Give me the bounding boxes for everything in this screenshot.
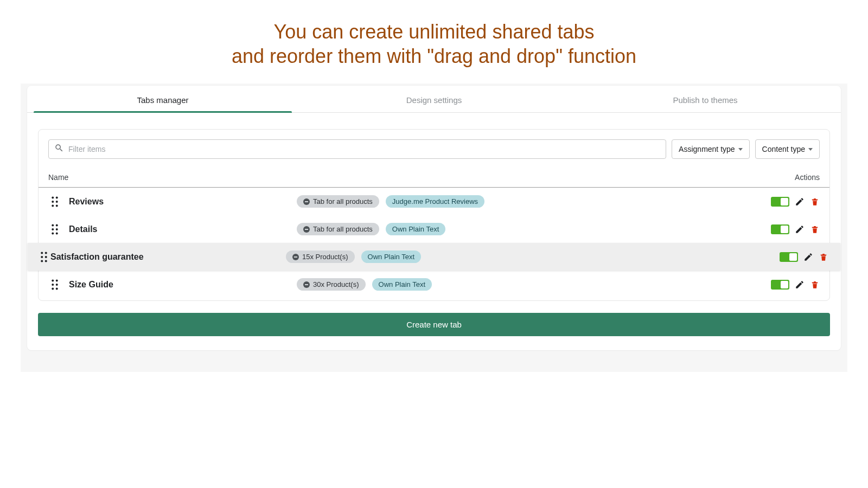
filter-row: Assignment type Content type [39,130,829,165]
edit-icon[interactable] [803,252,813,262]
row-name: Satisfaction guarantee [50,252,286,262]
delete-icon[interactable] [810,224,820,234]
app-container: Tabs manager Design settings Publish to … [21,84,847,372]
svg-point-17 [45,260,47,262]
table-row: Size Guide 30x Product(s) Own Plain Text [39,271,829,298]
svg-point-22 [52,287,54,290]
content-pill: Own Plain Text [361,251,421,263]
content-pill: Judge.me Product Reviews [386,195,484,208]
delete-icon[interactable] [810,197,820,207]
delete-icon[interactable] [819,252,828,262]
content-type-dropdown[interactable]: Content type [755,139,820,159]
assignment-pill: Tab for all products [297,195,379,208]
svg-point-16 [41,260,43,262]
enable-toggle[interactable] [771,224,789,234]
svg-point-13 [45,252,47,254]
svg-point-23 [56,287,58,290]
svg-point-12 [41,252,43,254]
hero-line-2: and reorder them with "drag and drop" fu… [0,44,868,68]
assignment-pill-label: 30x Product(s) [313,280,359,288]
search-icon [54,143,64,155]
svg-point-10 [52,232,54,234]
svg-point-20 [52,284,54,286]
svg-point-0 [52,196,54,198]
create-new-tab-button[interactable]: Create new tab [38,313,830,336]
search-input-wrap[interactable] [48,139,666,159]
assignment-pill: 30x Product(s) [297,278,366,291]
svg-point-18 [52,279,54,281]
svg-point-5 [56,204,58,207]
assignment-type-label: Assignment type [679,145,735,153]
table-row: Satisfaction guarantee 15x Product(s) Ow… [28,243,840,271]
enable-toggle[interactable] [771,280,789,290]
caret-down-icon [738,148,743,151]
create-new-tab-label: Create new tab [406,320,462,329]
content-pill-label: Own Plain Text [379,280,425,288]
row-name: Reviews [69,197,297,207]
drag-handle-icon[interactable] [48,196,61,207]
row-actions [771,197,820,207]
minus-circle-icon [303,198,310,205]
row-actions [771,280,820,290]
search-input[interactable] [64,145,660,153]
edit-icon[interactable] [795,224,805,234]
svg-point-8 [52,228,54,230]
drag-handle-icon[interactable] [37,252,50,262]
row-tags: Tab for all products Own Plain Text [297,223,771,235]
content-pill-label: Own Plain Text [392,225,439,233]
assignment-pill: Tab for all products [297,223,379,235]
hero-title: You can create unlimited shared tabs and… [0,0,868,84]
tab-manager[interactable]: Tabs manager [27,86,298,112]
row-name: Size Guide [69,280,297,290]
row-tags: Tab for all products Judge.me Product Re… [297,195,771,208]
enable-toggle[interactable] [771,197,789,207]
svg-point-1 [56,196,58,198]
top-tabs: Tabs manager Design settings Publish to … [27,86,841,113]
drag-handle-icon[interactable] [48,279,61,290]
svg-point-2 [52,201,54,203]
content-pill: Own Plain Text [372,278,432,291]
minus-circle-icon [303,281,310,288]
assignment-pill-label: 15x Product(s) [302,253,348,261]
main-panel: Tabs manager Design settings Publish to … [27,86,841,350]
svg-point-9 [56,228,58,230]
row-tags: 30x Product(s) Own Plain Text [297,278,771,291]
rows-container: Reviews Tab for all products Judge.me Pr… [39,188,829,298]
svg-point-21 [56,284,58,286]
table-header: Name Actions [39,165,829,188]
hero-line-1: You can create unlimited shared tabs [0,20,868,44]
caret-down-icon [808,148,813,151]
svg-point-15 [45,256,47,258]
content-card: Assignment type Content type Name Action… [38,129,830,301]
svg-point-19 [56,279,58,281]
svg-point-6 [52,224,54,226]
svg-point-14 [41,256,43,258]
tab-publish-label: Publish to themes [673,95,737,105]
edit-icon[interactable] [795,280,805,290]
svg-point-3 [56,201,58,203]
tab-design[interactable]: Design settings [298,86,570,112]
content-pill-label: Judge.me Product Reviews [392,197,478,206]
assignment-pill: 15x Product(s) [286,251,355,263]
svg-point-7 [56,224,58,226]
col-name: Name [48,173,68,182]
table-row: Details Tab for all products Own Plain T… [39,215,829,243]
drag-handle-icon[interactable] [48,224,61,235]
col-actions: Actions [795,173,820,182]
tab-manager-label: Tabs manager [137,95,188,105]
row-tags: 15x Product(s) Own Plain Text [286,251,780,263]
tab-publish[interactable]: Publish to themes [570,86,841,112]
tab-design-label: Design settings [406,95,462,105]
svg-point-4 [52,204,54,207]
minus-circle-icon [292,254,299,260]
row-name: Details [69,224,297,234]
svg-point-11 [56,232,58,234]
assignment-pill-label: Tab for all products [313,197,373,206]
content-pill-label: Own Plain Text [368,253,414,261]
row-actions [780,252,828,262]
edit-icon[interactable] [795,197,805,207]
table-row: Reviews Tab for all products Judge.me Pr… [39,188,829,215]
assignment-type-dropdown[interactable]: Assignment type [672,139,750,159]
delete-icon[interactable] [810,280,820,290]
enable-toggle[interactable] [780,252,798,262]
